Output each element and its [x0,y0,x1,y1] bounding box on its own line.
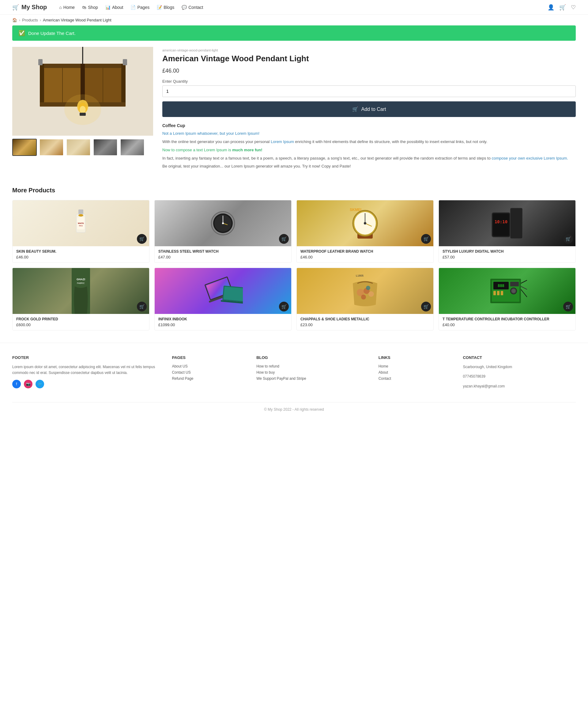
svg-rect-40 [510,208,523,239]
card-name-watch1: STAINLESS STEEL WRIST WATCH [158,249,288,254]
card-price-laptop: £1099.00 [158,322,288,327]
breadcrumb-current: American Vintage Wood Pendant Light [43,18,111,22]
brand[interactable]: 🛒 My Shop [12,4,47,11]
nav-blogs[interactable]: 📝 Blogs [157,5,174,10]
alert-message: Done Update The Cart. [28,31,76,36]
product-image-serum: WHITE RICE 🛒 [12,200,149,246]
nav-pages[interactable]: 📄 Pages [131,5,150,10]
desc-line-2: With the online text generator you can p… [162,139,576,145]
thumb-2[interactable] [39,139,64,156]
nav-home[interactable]: ⌂ Home [59,5,75,10]
card-body-watch2: WATERPROOF LEATHER BRAND WATCH £46.00 [297,246,433,262]
footer-link-home[interactable]: Home [378,364,454,368]
footer-links-section: LINKS Home About Contact [378,355,454,393]
add-to-cart-label: Add to Cart [362,107,386,112]
footer-grid: Footer Lorem ipsum dolor sit amet, conse… [12,355,576,393]
quantity-label: Enter Quantity [162,79,576,84]
footer-link-about[interactable]: About [378,370,454,374]
footer-link-aboutus[interactable]: About US [172,364,247,368]
nav-about[interactable]: 📊 About [105,5,124,10]
add-to-cart-button[interactable]: 🛒 Add to Cart [162,101,576,117]
product-card-bag: L1805 🛒 CHAPPALS & [296,268,434,331]
add-cart-watch2[interactable]: 🛒 [421,234,431,244]
footer-email: yazan.khayal@gmail.com [463,384,576,389]
card-name-serum: SKIN BEAUTY SERUM. [16,249,145,254]
card-body-frock: FROCK GOLD PRINTED £600.00 [12,314,149,330]
footer-link-paypal[interactable]: We Support PayPal and Stripe [256,376,369,381]
add-cart-watch1[interactable]: 🛒 [279,234,289,244]
shop-icon: 🛍 [82,5,86,10]
basket-icon[interactable]: 🛒 [559,4,566,11]
thumb-5[interactable] [120,139,144,156]
home-breadcrumb-icon[interactable]: 🏠 [12,18,17,22]
add-cart-frock[interactable]: 🛒 [137,302,147,312]
card-price-watch3: £57.00 [443,255,572,259]
footer-link-howtobuy[interactable]: How to buy [256,370,369,374]
footer-bottom: © My Shop 2022 - All rights reserved [12,402,576,412]
product-card-watch1: 🛒 STAINLESS STEEL WRIST WATCH £47.00 [154,200,292,263]
svg-point-23 [78,214,83,216]
product-card-serum: WHITE RICE 🛒 SKIN BEAUTY SERUM. £46.00 [12,200,150,263]
card-body-serum: SKIN BEAUTY SERUM. £46.00 [12,246,149,262]
svg-rect-67 [493,291,496,295]
product-image-watch1: 🛒 [155,200,291,246]
add-cart-serum[interactable]: 🛒 [137,234,147,244]
wishlist-icon[interactable]: ♡ [571,4,576,11]
thumb-1[interactable] [12,139,37,156]
svg-point-56 [366,286,370,290]
svg-rect-17 [123,59,127,65]
twitter-icon[interactable]: 🐦 [35,380,44,388]
footer-address: Scarborough, United Kingdom [463,364,576,370]
nav-contact[interactable]: 💬 Contact [182,5,203,10]
card-price-watch2: £46.00 [300,255,430,259]
add-cart-bag[interactable]: 🛒 [421,302,431,312]
footer-brand-title: Footer [12,355,163,360]
nav-links: ⌂ Home 🛍 Shop 📊 About 📄 Pages 📝 Blogs 💬 … [59,5,541,10]
footer-links-title: LINKS [378,355,454,360]
thumb-3[interactable] [66,139,91,156]
add-cart-watch3[interactable]: 🛒 [563,234,573,244]
card-body-controller: T TEMPERATURE CONTROLLER INCUBATOR CONTR… [439,314,576,330]
product-card-watch3: 10:10 🛒 STYLISH LUXURY DIGITAL WATCH £57… [438,200,576,263]
svg-line-65 [521,286,527,289]
brand-name: My Shop [22,4,47,11]
add-cart-laptop[interactable]: 🛒 [279,302,289,312]
footer-link-contact[interactable]: Contact [378,376,454,381]
breadcrumb-sep2: › [40,18,41,22]
desc-line-3: Now to compose a text Lorem Ipsum is muc… [162,147,576,153]
user-icon[interactable]: 👤 [547,4,554,11]
svg-rect-68 [497,291,500,295]
card-body-laptop: INFINIX INBOOK £1099.00 [155,314,291,330]
check-icon: ✅ [18,30,25,36]
nav-shop[interactable]: 🛍 Shop [82,5,98,10]
product-images [12,47,153,172]
instagram-icon[interactable]: 📷 [24,380,32,388]
footer-phone: 07745078639 [463,374,576,379]
more-products-section: More Products WHITE RICE 🛒 SKIN [0,181,588,337]
alert-success: ✅ Done Update The Cart. [12,25,576,41]
card-name-watch3: STYLISH LUXURY DIGITAL WATCH [443,249,572,254]
navbar-right: 👤 🛒 ♡ [547,4,576,11]
svg-rect-4 [121,64,126,107]
product-detail: american-vintage-wood-pendant-light Amer… [0,47,588,181]
desc-line-5: Be original, test your imagination... ou… [162,163,576,170]
footer-link-contactus[interactable]: Contact US [172,370,247,374]
footer-link-refund[interactable]: Refund Page [172,376,247,381]
footer-link-howrefund[interactable]: How to refund [256,364,369,368]
product-card-watch2: SKMEI 🛒 WATERPROOF LEATHER BRAND WATCH £… [296,200,434,263]
add-cart-controller[interactable]: 🛒 [563,302,573,312]
facebook-icon[interactable]: f [12,380,21,388]
product-card-laptop: 🛒 INFINIX INBOOK £1099.00 [154,268,292,331]
footer-description: Lorem ipsum dolor sit amet, consectetur … [12,364,163,376]
svg-rect-61 [510,282,519,286]
product-image-watch3: 10:10 🛒 [439,200,576,246]
product-image-watch2: SKMEI 🛒 [297,200,433,246]
svg-rect-69 [501,291,503,295]
breadcrumb-products[interactable]: Products [22,18,38,22]
card-name-bag: CHAPPALS & SHOE LADIES METALLIC [300,317,430,321]
footer-contact-title: CONTACT [463,355,576,360]
thumb-4[interactable] [93,139,117,156]
card-body-watch3: STYLISH LUXURY DIGITAL WATCH £57.00 [439,246,576,262]
footer: Footer Lorem ipsum dolor sit amet, conse… [0,343,588,418]
quantity-input[interactable] [162,85,576,97]
